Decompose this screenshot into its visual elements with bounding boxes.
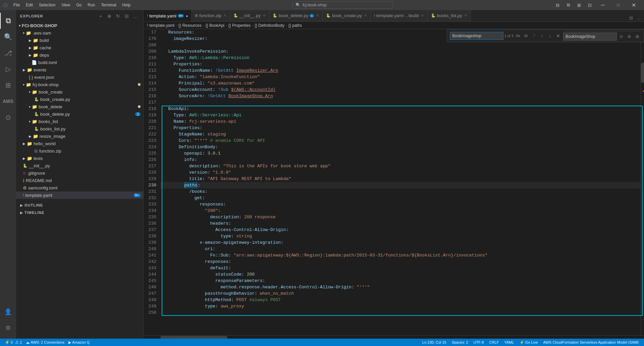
- menu-go[interactable]: Go: [73, 2, 84, 8]
- activity-run-debug[interactable]: ▷: [0, 61, 16, 77]
- activity-extensions[interactable]: ⊞: [0, 77, 16, 93]
- tree-item-resize-image[interactable]: ▶ 📁 resize_image: [16, 132, 143, 140]
- status-sam[interactable]: AWS CloudFormation Serverless Applicatio…: [541, 339, 641, 346]
- status-encoding[interactable]: UTF-8: [471, 339, 487, 346]
- status-cursor[interactable]: Ln 230, Col 15: [420, 339, 449, 346]
- activity-aws[interactable]: AWS: [0, 93, 16, 109]
- refresh-button[interactable]: ↻: [114, 12, 122, 20]
- tree-item-hello-world[interactable]: ▶ 📁 hello_world: [16, 140, 143, 147]
- tree-item-build-toml[interactable]: 📄 build.toml: [16, 59, 143, 66]
- scrollbar-track[interactable]: [641, 29, 644, 335]
- menu-run[interactable]: Run: [85, 2, 98, 8]
- tab-close[interactable]: ✕: [421, 13, 424, 18]
- status-errors[interactable]: ⚡ 0 ⚠ 1: [3, 339, 24, 346]
- menu-terminal[interactable]: Terminal: [98, 2, 119, 8]
- activity-settings[interactable]: ⚙: [0, 320, 16, 336]
- tree-item-gitignore[interactable]: ⊙ .gitignore: [16, 169, 143, 177]
- close-button[interactable]: ✕: [626, 0, 641, 10]
- find-next-button[interactable]: ↓: [546, 32, 554, 40]
- tree-item-samconfig[interactable]: ⚙ samconfig.toml: [16, 184, 143, 191]
- tree-item-aws-sam[interactable]: ▾ 📁 .aws-sam: [16, 29, 143, 37]
- new-file-button[interactable]: +: [97, 12, 104, 20]
- tab-books-list[interactable]: 🐍 books_list.py ✕: [428, 10, 471, 21]
- tree-item-tests[interactable]: ▶ 📁 tests: [16, 155, 143, 162]
- tree-item-readme[interactable]: ℹ README.md: [16, 177, 143, 184]
- maximize-button[interactable]: □: [610, 0, 626, 10]
- tab-template-yaml-build[interactable]: ! template.yaml ...\build ✕: [371, 10, 428, 21]
- status-go-live[interactable]: ⚡ Go Live: [517, 339, 541, 346]
- tree-item-book-delete-folder[interactable]: ▾ 📁 book_delete: [16, 103, 143, 110]
- activity-search[interactable]: 🔍: [0, 29, 16, 45]
- tree-item-init-py[interactable]: 🐍 __init__.py: [16, 162, 143, 169]
- more-icon[interactable]: ⊡: [584, 0, 595, 10]
- tab-close[interactable]: ✕: [223, 13, 226, 18]
- grid-icon[interactable]: ⊞: [574, 0, 584, 10]
- tab-close[interactable]: ✕: [364, 13, 367, 18]
- menu-help[interactable]: Help: [120, 2, 133, 8]
- activity-remote[interactable]: ⊙: [0, 109, 16, 125]
- tree-item-events[interactable]: ▶ 📁 events: [16, 66, 143, 73]
- replace-button[interactable]: ⊙: [618, 33, 625, 40]
- status-aws[interactable]: ☁ AWS: 2 Connections: [24, 339, 66, 346]
- breadcrumb-paths[interactable]: {} paths: [288, 23, 302, 28]
- tab-close[interactable]: ✕: [464, 13, 467, 18]
- find-input[interactable]: [450, 32, 503, 40]
- tab-init-py[interactable]: 🐍 __init__.py ✕: [230, 10, 269, 21]
- status-spaces[interactable]: Spaces: 2: [449, 339, 471, 346]
- tree-item-fcj-book-shop[interactable]: ▾ 📁 fcj-book-shop: [16, 81, 143, 88]
- find-close-button[interactable]: ✕: [554, 32, 562, 40]
- find-option-word[interactable]: ab: [522, 32, 530, 40]
- tree-item-book-create-folder[interactable]: ▾ 📁 book_create: [16, 88, 143, 96]
- activity-explorer[interactable]: ⧉: [0, 13, 16, 29]
- tree-item-books-list-py[interactable]: 🐍 books_list.py: [16, 125, 143, 132]
- scrollbar-thumb-h[interactable]: [160, 336, 227, 339]
- new-folder-button[interactable]: ⊕: [106, 12, 113, 20]
- search-bar[interactable]: 🔍 fcj-book-shop: [292, 1, 393, 9]
- breadcrumb-properties[interactable]: {} Properties: [228, 23, 251, 28]
- split-icon[interactable]: ⧉: [563, 0, 574, 10]
- find-prev-button[interactable]: ↑: [538, 32, 546, 40]
- status-language[interactable]: YAML: [501, 339, 517, 346]
- tree-item-books-list-folder[interactable]: ▾ 📁 books_list: [16, 118, 143, 125]
- minimize-button[interactable]: ─: [595, 0, 610, 10]
- replace-icon2[interactable]: ⊞: [634, 33, 641, 40]
- tree-item-book-create-py[interactable]: 🐍 book_create.py: [16, 96, 143, 103]
- more-options-button[interactable]: …: [132, 12, 139, 20]
- tab-template-yaml[interactable]: ! template.yaml 9+ ●: [144, 10, 192, 21]
- collapse-button[interactable]: ⊟: [123, 12, 130, 20]
- tree-item-event-json[interactable]: { } event.json: [16, 73, 143, 81]
- activity-source-control[interactable]: ⎇: [0, 45, 16, 61]
- timeline-section[interactable]: ▶ TIMELINE: [16, 209, 143, 216]
- tab-close[interactable]: ✕: [316, 13, 319, 18]
- menu-view[interactable]: View: [59, 2, 73, 8]
- breadcrumb-resources[interactable]: {} Resources: [178, 23, 202, 28]
- layout-icon[interactable]: ⊟: [552, 0, 563, 10]
- menu-selection[interactable]: Selection: [36, 2, 58, 8]
- replace-all-button[interactable]: ⊛: [626, 33, 633, 40]
- more-tabs-button[interactable]: …: [635, 14, 643, 21]
- code-editor[interactable]: Resources: imageResizer: LambdaInvokePer…: [160, 29, 644, 335]
- find-option-case[interactable]: Aa: [514, 32, 522, 40]
- menu-file[interactable]: File: [11, 2, 22, 8]
- tree-item-book-delete-py[interactable]: 🐍 book_delete.py 1: [16, 110, 143, 118]
- activity-account[interactable]: 👤: [0, 304, 16, 320]
- status-amazon-q[interactable]: ▶ Amazon Q: [66, 339, 92, 346]
- tree-item-function-zip[interactable]: ⊞ function.zip: [16, 147, 143, 155]
- breadcrumb-definitionbody[interactable]: {} DefinitionBody: [255, 23, 284, 28]
- tree-item-build[interactable]: ▶ 📁 build: [16, 37, 143, 44]
- find-option-regex[interactable]: .*: [530, 32, 538, 40]
- tree-item-cache[interactable]: ▶ 📁 cache: [16, 44, 143, 51]
- breadcrumb-file[interactable]: template.yaml: [149, 23, 174, 28]
- outline-section[interactable]: ▶ OUTLINE: [16, 201, 143, 209]
- menu-edit[interactable]: Edit: [23, 2, 36, 8]
- tab-function-zip[interactable]: ⊞ function.zip ✕: [192, 10, 230, 21]
- tree-item-deps[interactable]: ▶ 📁 deps: [16, 51, 143, 59]
- tab-book-create[interactable]: 🐍 book_create.py ✕: [323, 10, 371, 21]
- tab-close[interactable]: ✕: [263, 13, 266, 18]
- tree-item-template-yaml[interactable]: ! template.yaml 9+: [16, 191, 143, 199]
- status-eol[interactable]: CRLF: [487, 339, 502, 346]
- breadcrumb-bookapi[interactable]: {} BookApi: [206, 23, 224, 28]
- tree-item-project[interactable]: ▾ FCI-BOOK-SHOP: [16, 22, 143, 29]
- horizontal-scrollbar[interactable]: [144, 335, 644, 339]
- tab-book-delete[interactable]: 🐍 book_delete.py 1 ✕: [269, 10, 323, 21]
